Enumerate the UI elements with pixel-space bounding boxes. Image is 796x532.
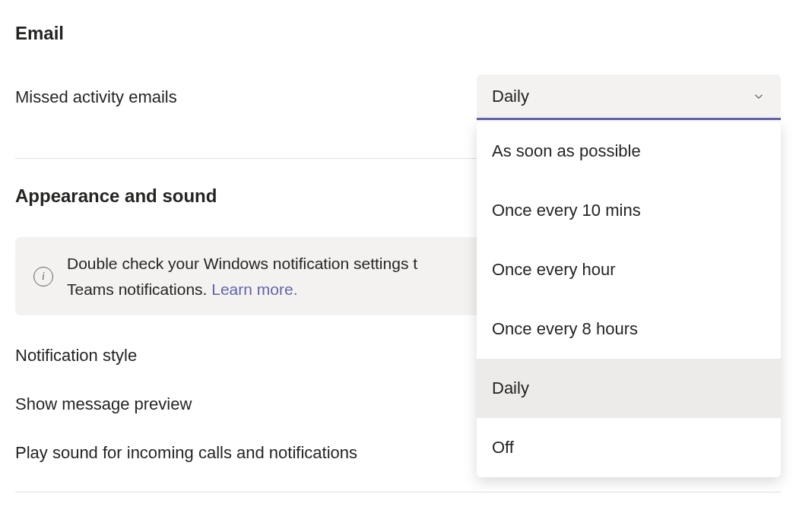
info-icon: i [33,267,53,287]
dropdown-selected-value: Daily [492,87,529,106]
dropdown-option-daily[interactable]: Daily [477,359,781,418]
info-text-line2: Teams notifications. [67,280,207,298]
missed-activity-dropdown[interactable]: Daily [477,74,781,120]
dropdown-option-10mins[interactable]: Once every 10 mins [477,181,781,240]
dropdown-option-8hours[interactable]: Once every 8 hours [477,299,781,359]
missed-activity-dropdown-menu: As soon as possible Once every 10 mins O… [477,122,781,477]
missed-activity-row: Missed activity emails Daily As soon as … [15,74,781,120]
bottom-divider [15,492,781,492]
learn-more-link[interactable]: Learn more. [211,280,297,298]
dropdown-option-hour[interactable]: Once every hour [477,240,781,299]
dropdown-option-asap[interactable]: As soon as possible [477,122,781,181]
chevron-down-icon [752,90,766,103]
info-text: Double check your Windows notification s… [67,251,417,302]
email-section-heading: Email [15,23,781,44]
info-text-line1: Double check your Windows notification s… [67,255,417,272]
missed-activity-label: Missed activity emails [15,87,177,107]
dropdown-option-off[interactable]: Off [477,418,781,477]
missed-activity-dropdown-container: Daily As soon as possible Once every 10 … [477,74,781,120]
